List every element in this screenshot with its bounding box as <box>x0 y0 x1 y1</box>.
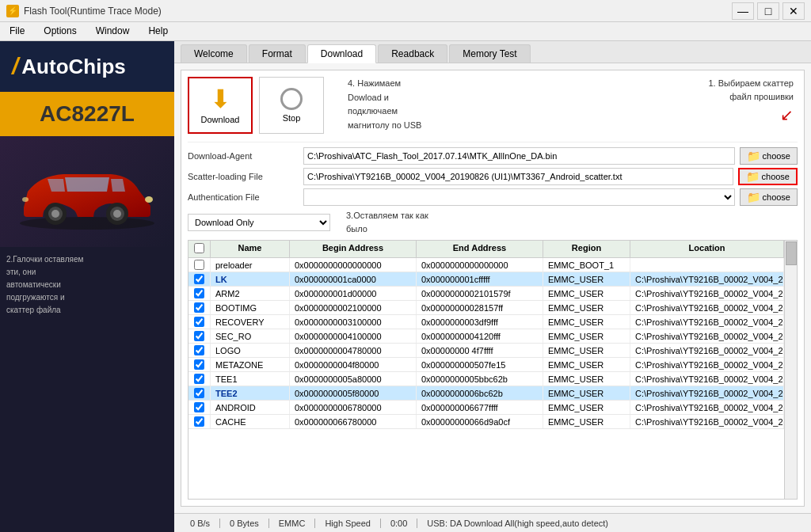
tab-bar: Welcome Format Download Readback Memory … <box>174 41 811 63</box>
cell-check <box>188 301 211 314</box>
cell-location: C:\Proshiva\YT9216B_00002_V004_20190826 … <box>630 372 784 386</box>
cell-name: TEE2 <box>211 386 290 400</box>
cell-name: CACHE <box>211 415 290 428</box>
auth-dropdown[interactable] <box>303 188 735 206</box>
row-checkbox[interactable] <box>194 302 204 313</box>
row-checkbox[interactable] <box>194 345 204 355</box>
row-checkbox[interactable] <box>194 260 204 270</box>
close-button[interactable]: ✕ <box>782 2 805 20</box>
status-connection: High Speed <box>315 519 381 528</box>
row-checkbox[interactable] <box>194 331 204 341</box>
cell-check <box>188 272 211 286</box>
app-icon: ⚡ <box>6 5 19 17</box>
logo: / AutoChips <box>12 53 162 80</box>
stop-button[interactable]: Stop <box>259 77 324 134</box>
cell-check <box>188 315 211 329</box>
row-checkbox[interactable] <box>194 388 204 398</box>
cell-location: C:\Proshiva\YT9216B_00002_V004_20190826 … <box>630 272 784 286</box>
row-checkbox[interactable] <box>194 288 204 298</box>
download-button[interactable]: ⬇ Download <box>188 77 253 134</box>
cell-check <box>188 344 211 357</box>
row-checkbox[interactable] <box>194 416 204 427</box>
auth-row: Authentication File 📁 choose <box>188 188 798 206</box>
row-checkbox[interactable] <box>194 374 204 384</box>
menu-help[interactable]: Help <box>139 24 177 39</box>
cell-location: C:\Proshiva\YT9216B_00002_V004_20190826 … <box>630 344 784 357</box>
choose-agent-button[interactable]: 📁 choose <box>740 147 798 165</box>
window-title: Flash Tool(Runtime Trace Mode) <box>24 6 162 17</box>
tab-memory-test[interactable]: Memory Test <box>449 44 530 63</box>
col-region: Region <box>543 241 630 257</box>
scroll-thumb[interactable] <box>786 241 797 265</box>
status-bytes: 0 Bytes <box>220 519 269 528</box>
cell-location: C:\Proshiva\YT9216B_00002_V004_20190826 … <box>630 401 784 414</box>
table-row: RECOVERY 0x0000000003100000 0x0000000003… <box>188 315 784 329</box>
cell-name: LK <box>211 272 290 286</box>
download-arrow-icon: ⬇ <box>210 86 231 112</box>
cell-name: ARM2 <box>211 287 290 300</box>
cell-begin: 0x0000000004780000 <box>290 344 417 357</box>
window-controls: — □ ✕ <box>732 2 805 20</box>
cell-end: 0x000000001cfffff <box>417 272 543 286</box>
tab-welcome[interactable]: Welcome <box>181 44 247 63</box>
sidebar-badge: AC8227L <box>0 92 174 136</box>
stop-button-label: Stop <box>283 113 301 123</box>
sidebar-car-image <box>0 136 174 247</box>
table-header: Name Begin Address End Address Region Lo… <box>188 241 784 258</box>
cell-location: C:\Proshiva\YT9216B_00002_V004_20190826 … <box>630 315 784 329</box>
menu-options[interactable]: Options <box>34 24 86 39</box>
menu-file[interactable]: File <box>0 24 34 39</box>
table-wrapper: Name Begin Address End Address Region Lo… <box>188 241 797 499</box>
select-all-checkbox[interactable] <box>194 243 204 253</box>
row-checkbox[interactable] <box>194 402 204 412</box>
col-end: End Address <box>417 241 543 257</box>
cell-region: EMMC_USER <box>543 301 630 314</box>
logo-slash: / <box>12 53 18 80</box>
choose-scatter-button[interactable]: 📁 choose <box>738 168 798 185</box>
download-button-label: Download <box>201 115 240 124</box>
menu-bar: File Options Window Help <box>0 22 811 41</box>
cell-end: 0x00000000028157ff <box>417 301 543 314</box>
download-mode-dropdown[interactable]: Download Only Firmware Upgrade Format Al… <box>188 214 330 231</box>
table-row: preloader 0x0000000000000000 0x000000000… <box>188 258 784 272</box>
cell-begin: 0x0000000000000000 <box>290 258 417 272</box>
svg-point-6 <box>113 210 121 218</box>
row-checkbox[interactable] <box>194 359 204 370</box>
tab-readback[interactable]: Readback <box>378 44 447 63</box>
menu-window[interactable]: Window <box>86 24 139 39</box>
row-checkbox[interactable] <box>194 317 204 327</box>
cell-region: EMMC_USER <box>543 329 630 343</box>
tab-download[interactable]: Download <box>307 44 376 63</box>
cell-region: EMMC_USER <box>543 344 630 357</box>
cell-name: SEC_RO <box>211 329 290 343</box>
step3-annotation: 3.Оставляем так как было <box>346 209 428 235</box>
download-agent-input[interactable] <box>303 147 735 165</box>
cell-location: C:\Proshiva\YT9216B_00002_V004_20190826 … <box>630 329 784 343</box>
status-bar: 0 B/s 0 Bytes EMMC High Speed 0:00 USB: … <box>174 513 811 532</box>
sidebar: / AutoChips AC8227L <box>0 41 174 532</box>
table-body: preloader 0x0000000000000000 0x000000000… <box>188 258 784 499</box>
sidebar-logo: / AutoChips <box>0 41 174 92</box>
folder-icon-3: 📁 <box>747 191 760 203</box>
cell-name: TEE1 <box>211 372 290 386</box>
scatter-dropdown[interactable]: C:\Proshiva\YT9216B_00002_V004_20190826 … <box>303 168 733 185</box>
col-check <box>188 241 211 257</box>
cell-begin: 0x0000000004100000 <box>290 329 417 343</box>
cell-name: RECOVERY <box>211 315 290 329</box>
cell-end: 0x00000000066d9a0cf <box>417 415 543 428</box>
minimize-button[interactable]: — <box>732 2 754 20</box>
step4-annotation: 4. Нажимаем Dowload и подключаем магнито… <box>348 77 421 132</box>
row-checkbox[interactable] <box>194 274 204 284</box>
tab-format[interactable]: Format <box>249 44 306 63</box>
cell-check <box>188 386 211 400</box>
cell-region: EMMC_USER <box>543 372 630 386</box>
cell-name: METAZONE <box>211 358 290 371</box>
choose-auth-button[interactable]: 📁 choose <box>740 188 798 206</box>
scrollbar[interactable] <box>784 241 797 499</box>
maximize-button[interactable]: □ <box>757 2 779 20</box>
cell-location <box>630 258 784 272</box>
download-agent-row: Download-Agent 📁 choose <box>188 147 798 165</box>
cell-begin: 0x0000000004f80000 <box>290 358 417 371</box>
cell-check <box>188 372 211 386</box>
cell-location: C:\Proshiva\YT9216B_00002_V004_20190826 … <box>630 415 784 428</box>
